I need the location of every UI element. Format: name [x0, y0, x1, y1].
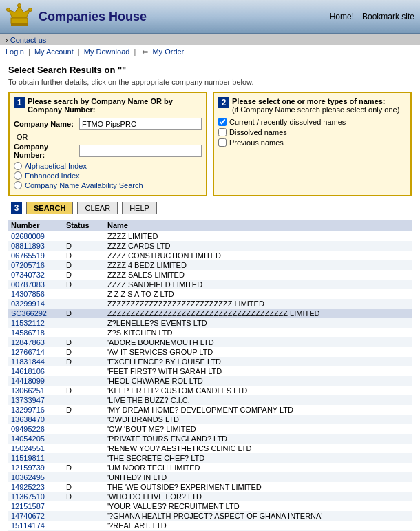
company-number-link[interactable]: 13638470 [11, 415, 45, 424]
cell-name: 'EXCELLENCE? BY LOUISE LTD [105, 357, 412, 366]
sub-navigation: Login | My Account | My Download | ⇐ My … [0, 45, 420, 59]
cell-name: 'WHO DO I LIVE FOR? LTD [105, 492, 412, 501]
cell-status [63, 453, 105, 463]
bookmark-link[interactable]: Bookmark site [362, 12, 414, 21]
table-row: 02680009ZZZZ LIMITED [8, 231, 412, 242]
enhanced-link[interactable]: Enhanced Index [25, 171, 80, 180]
company-number-link[interactable]: 15024551 [11, 444, 45, 452]
company-number-link[interactable]: 13299716 [11, 406, 45, 414]
alphabetical-radio[interactable] [14, 162, 22, 170]
cell-number: 13733947 [8, 395, 63, 405]
cell-name: Z Z Z S A TO Z LTD [105, 289, 412, 299]
company-number-link[interactable]: 02680009 [11, 232, 45, 240]
search-button[interactable]: SEARCH [26, 202, 73, 214]
availability-radio[interactable] [14, 181, 22, 189]
contact-link[interactable]: Contact us [10, 36, 47, 44]
table-row: 14586718Z?S KITCHEN LTD [8, 328, 412, 337]
company-number-link[interactable]: 11532112 [11, 319, 45, 327]
section-number-2: 2 [218, 97, 229, 108]
my-download-link[interactable]: My Download [84, 48, 130, 56]
cell-number: 12151587 [8, 501, 63, 511]
table-row: SC366292DZZZZZZZZZZZZZZZZZZZZZZZZZZZZZZZ… [8, 309, 412, 318]
company-number-link[interactable]: 14618106 [11, 367, 45, 375]
cell-number: 02680009 [8, 231, 63, 242]
cell-status [63, 289, 105, 299]
table-row: 12151587'YOUR VALUES? RECRUITMENT LTD [8, 501, 412, 511]
company-number-link[interactable]: 11831844 [11, 357, 45, 366]
company-number-input[interactable] [79, 145, 202, 157]
cell-status [63, 511, 105, 521]
alphabetical-link[interactable]: Alphabetical Index [25, 162, 87, 170]
table-row: 10362495'UNITED? IN LTD [8, 472, 412, 482]
company-number-link[interactable]: 08811893 [11, 242, 45, 250]
company-name-input[interactable] [79, 118, 202, 130]
current-names-label: Current / recently dissolved names [229, 118, 346, 126]
cell-number: 07340732 [8, 270, 63, 280]
company-number-link[interactable]: 12766714 [11, 348, 45, 356]
my-order-link[interactable]: My Order [152, 48, 184, 56]
cell-number: 13299716 [8, 405, 63, 415]
current-names-checkbox[interactable] [218, 118, 227, 126]
company-number-link[interactable]: 11519811 [11, 454, 45, 462]
company-number-link[interactable]: 15114174 [11, 521, 45, 530]
cell-status: D [63, 251, 105, 260]
availability-link[interactable]: Company Name Availability Search [25, 181, 143, 189]
cell-number: 00787083 [8, 280, 63, 289]
help-button[interactable]: HELP [122, 202, 157, 214]
table-row: 13638470'OWDI BRANDS LTD [8, 415, 412, 424]
company-number-link[interactable]: 09495226 [11, 425, 45, 433]
cell-status: D [63, 492, 105, 501]
cell-status: D [63, 357, 105, 366]
company-number-link[interactable]: 14925223 [11, 483, 45, 491]
results-table: Number Status Name 02680009ZZZZ LIMITED0… [8, 220, 412, 531]
company-number-link[interactable]: 12159739 [11, 464, 45, 472]
company-number-link[interactable]: 10362495 [11, 473, 45, 481]
company-number-link[interactable]: 00787083 [11, 280, 45, 289]
cell-number: 11519811 [8, 453, 63, 463]
search-title: Select Search Results on "" [8, 65, 412, 75]
cell-number: 14586718 [8, 328, 63, 337]
company-number-link[interactable]: 14740672 [11, 512, 45, 520]
login-link[interactable]: Login [6, 48, 24, 56]
cell-name: 'LIVE THE BUZZ? C.I.C. [105, 395, 412, 405]
crown-icon [6, 3, 33, 30]
page-header: Companies House Home! Bookmark site [0, 0, 420, 34]
cell-number: 14740672 [8, 511, 63, 521]
cell-status [63, 366, 105, 376]
company-number-link[interactable]: 07340732 [11, 271, 45, 279]
cell-number: 11831844 [8, 357, 63, 366]
section-number-1: 1 [14, 97, 25, 108]
home-link[interactable]: Home! [330, 12, 354, 21]
table-row: 09495226'OW 'BOUT ME? LIMITED [8, 424, 412, 434]
table-row: 14054205'PRIVATE TOURS ENGLAND? LTD [8, 434, 412, 444]
company-number-link[interactable]: 13066251 [11, 386, 45, 395]
company-number-link[interactable]: 12151587 [11, 502, 45, 510]
enhanced-radio[interactable] [14, 171, 22, 180]
company-number-link[interactable]: 14307856 [11, 290, 45, 298]
cell-name: ZZZZ CONSTRUCTION LIMITED [105, 251, 412, 260]
cell-status [63, 472, 105, 482]
search-form-area: 1 Please search by Company Name OR by Co… [8, 92, 412, 196]
previous-names-checkbox[interactable] [218, 138, 227, 147]
company-number-link[interactable]: 11367510 [11, 492, 45, 501]
cell-number: 10362495 [8, 472, 63, 482]
cell-name: Z?S KITCHEN LTD [105, 328, 412, 337]
table-row: 00787083DZZZZ SANDFIELD LIMITED [8, 280, 412, 289]
company-number-link[interactable]: SC366292 [11, 309, 47, 317]
company-number-link[interactable]: 14418099 [11, 377, 45, 385]
dissolved-names-checkbox[interactable] [218, 128, 227, 136]
company-number-link[interactable]: 07205716 [11, 261, 45, 269]
company-number-link[interactable]: 13733947 [11, 396, 45, 404]
clear-button[interactable]: CLEAR [77, 202, 118, 214]
contact-bar: › Contact us [0, 34, 420, 45]
company-number-link[interactable]: 06765519 [11, 251, 45, 260]
company-number-link[interactable]: 14586718 [11, 329, 45, 337]
table-row: 03299914ZZZZZZZZZZZZZZZZZZZZZZZZZZZ LIMI… [8, 299, 412, 309]
cell-name: ZZZZ LIMITED [105, 231, 412, 242]
cell-number: 11532112 [8, 318, 63, 328]
my-account-link[interactable]: My Account [34, 48, 74, 56]
svg-point-5 [29, 8, 32, 12]
company-number-link[interactable]: 14054205 [11, 435, 45, 443]
company-number-link[interactable]: 12847863 [11, 338, 45, 346]
company-number-link[interactable]: 03299914 [11, 300, 45, 308]
